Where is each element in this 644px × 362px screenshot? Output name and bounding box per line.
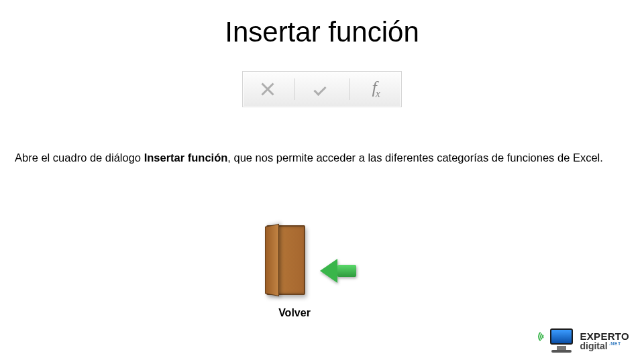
x-icon <box>260 82 275 97</box>
monitor-icon <box>547 328 576 353</box>
slide: Insertar función fx Abre el cuadro de di… <box>0 0 644 362</box>
logo-text: EXPERTO digital.NET <box>580 331 629 351</box>
cancel-button[interactable] <box>244 72 291 107</box>
back-link[interactable]: Volver <box>251 223 338 319</box>
page-title: Insertar función <box>0 16 644 48</box>
arrow-left-icon <box>320 259 337 283</box>
insert-function-button[interactable]: fx <box>353 72 400 107</box>
separator <box>294 78 295 99</box>
brand-logo: EXPERTO digital.NET <box>547 328 629 353</box>
description-text: Abre el cuadro de diálogo Insertar funci… <box>15 150 629 165</box>
desc-post: , que nos permite acceder a las diferent… <box>227 152 603 164</box>
logo-line1: EXPERTO <box>580 331 629 341</box>
door-back-icon <box>254 223 335 303</box>
back-label: Volver <box>251 307 338 319</box>
check-icon <box>314 81 330 97</box>
formula-bar-controls: fx <box>242 71 402 107</box>
desc-bold: Insertar función <box>144 152 228 164</box>
fx-icon: fx <box>372 79 380 99</box>
wifi-icon <box>538 330 551 343</box>
separator <box>349 78 350 99</box>
logo-line2-main: digital <box>580 341 607 351</box>
confirm-button[interactable] <box>299 72 345 107</box>
logo-suffix: .NET <box>609 341 621 346</box>
desc-pre: Abre el cuadro de diálogo <box>15 152 144 164</box>
logo-line2: digital.NET <box>580 341 629 351</box>
